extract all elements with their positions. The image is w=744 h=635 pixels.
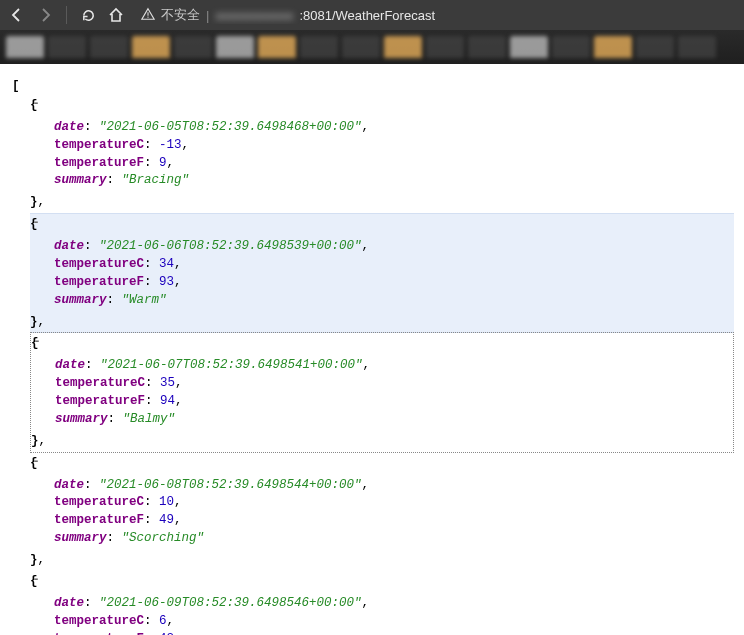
collapse-toggle[interactable]: - — [30, 454, 42, 471]
browser-tab[interactable] — [300, 36, 338, 58]
json-key: temperatureF — [54, 632, 144, 636]
json-property: date: "2021-06-06T08:52:39.6498539+00:00… — [54, 238, 730, 255]
back-button[interactable] — [8, 6, 26, 24]
json-value: "Scorching" — [122, 531, 205, 545]
security-label: 不安全 — [161, 6, 200, 24]
json-key: summary — [54, 531, 107, 545]
json-value: "2021-06-05T08:52:39.6498468+00:00" — [99, 120, 362, 134]
json-property: date: "2021-06-08T08:52:39.6498544+00:00… — [54, 477, 730, 494]
json-value: "2021-06-06T08:52:39.6498539+00:00" — [99, 239, 362, 253]
json-key: date — [54, 120, 84, 134]
json-value: 93 — [159, 275, 174, 289]
json-value: "2021-06-09T08:52:39.6498546+00:00" — [99, 596, 362, 610]
json-value: -13 — [159, 138, 182, 152]
json-property: temperatureF: 94, — [55, 393, 729, 410]
json-key: date — [54, 596, 84, 610]
json-property: temperatureC: -13, — [54, 137, 730, 154]
json-property: temperatureC: 10, — [54, 494, 730, 511]
array-item: - { date: "2021-06-06T08:52:39.6498539+0… — [30, 213, 734, 333]
json-key: temperatureF — [54, 156, 144, 170]
url-host-blurred: xxxxxxxxxxxx — [215, 8, 293, 23]
browser-tab[interactable] — [90, 36, 128, 58]
addr-sep: | — [206, 8, 209, 23]
tab-strip — [0, 30, 744, 64]
json-property: date: "2021-06-07T08:52:39.6498541+00:00… — [55, 357, 729, 374]
browser-tab[interactable] — [258, 36, 296, 58]
array-item: - { date: "2021-06-09T08:52:39.6498546+0… — [30, 571, 734, 635]
browser-tab[interactable] — [342, 36, 380, 58]
browser-tab[interactable] — [636, 36, 674, 58]
browser-toolbar: 不安全 | xxxxxxxxxxxx :8081/WeatherForecast — [0, 0, 744, 30]
json-property: temperatureF: 49, — [54, 512, 730, 529]
json-property: temperatureF: 9, — [54, 155, 730, 172]
json-property: summary: "Bracing" — [54, 172, 730, 189]
json-value: "2021-06-07T08:52:39.6498541+00:00" — [100, 358, 363, 372]
collapse-toggle[interactable]: - — [30, 572, 42, 589]
browser-tab[interactable] — [468, 36, 506, 58]
json-value: 42 — [159, 632, 174, 636]
reload-button[interactable] — [79, 6, 97, 24]
browser-tab[interactable] — [552, 36, 590, 58]
browser-tab[interactable] — [48, 36, 86, 58]
svg-rect-0 — [147, 12, 148, 16]
json-key: date — [55, 358, 85, 372]
browser-tab[interactable] — [174, 36, 212, 58]
json-property: temperatureF: 93, — [54, 274, 730, 291]
collapse-toggle[interactable]: - — [30, 215, 42, 232]
json-value: "Warm" — [122, 293, 167, 307]
json-key: temperatureF — [55, 394, 145, 408]
json-key: summary — [54, 293, 107, 307]
json-key: temperatureC — [54, 138, 144, 152]
home-button[interactable] — [107, 6, 125, 24]
json-value: 34 — [159, 257, 174, 271]
browser-tab[interactable] — [594, 36, 632, 58]
json-property: temperatureC: 35, — [55, 375, 729, 392]
object-close-brace: } — [30, 195, 38, 209]
warning-icon — [141, 7, 155, 24]
object-close-brace: } — [31, 434, 39, 448]
json-property: date: "2021-06-09T08:52:39.6498546+00:00… — [54, 595, 730, 612]
object-close-brace: } — [30, 553, 38, 567]
json-property: temperatureC: 6, — [54, 613, 730, 630]
array-item: - { date: "2021-06-08T08:52:39.6498544+0… — [30, 453, 734, 571]
json-value: "2021-06-08T08:52:39.6498544+00:00" — [99, 478, 362, 492]
url-path: :8081/WeatherForecast — [299, 8, 435, 23]
browser-tab[interactable] — [216, 36, 254, 58]
json-key: summary — [55, 412, 108, 426]
address-bar[interactable]: 不安全 | xxxxxxxxxxxx :8081/WeatherForecast — [135, 6, 736, 24]
browser-tab[interactable] — [678, 36, 716, 58]
json-key: date — [54, 478, 84, 492]
json-property: summary: "Balmy" — [55, 411, 729, 428]
browser-tab[interactable] — [510, 36, 548, 58]
array-open-bracket: [ — [12, 79, 20, 93]
json-key: temperatureC — [54, 257, 144, 271]
collapse-toggle[interactable]: - — [30, 96, 42, 113]
array-item: - { date: "2021-06-05T08:52:39.6498468+0… — [30, 95, 734, 213]
json-key: temperatureC — [54, 614, 144, 628]
json-property: temperatureC: 34, — [54, 256, 730, 273]
json-key: summary — [54, 173, 107, 187]
svg-rect-1 — [147, 16, 148, 17]
json-key: temperatureC — [55, 376, 145, 390]
json-key: temperatureF — [54, 513, 144, 527]
json-value: 6 — [159, 614, 167, 628]
browser-tab[interactable] — [384, 36, 422, 58]
array-item: - { date: "2021-06-07T08:52:39.6498541+0… — [30, 332, 734, 452]
json-value: 9 — [159, 156, 167, 170]
json-key: temperatureF — [54, 275, 144, 289]
json-viewer: [ - { date: "2021-06-05T08:52:39.6498468… — [0, 64, 744, 635]
json-property: temperatureF: 42, — [54, 631, 730, 636]
json-value: "Bracing" — [122, 173, 190, 187]
json-property: date: "2021-06-05T08:52:39.6498468+00:00… — [54, 119, 730, 136]
json-key: date — [54, 239, 84, 253]
browser-tab[interactable] — [132, 36, 170, 58]
forward-button[interactable] — [36, 6, 54, 24]
json-value: 10 — [159, 495, 174, 509]
json-property: summary: "Warm" — [54, 292, 730, 309]
browser-tab[interactable] — [6, 36, 44, 58]
json-value: "Balmy" — [123, 412, 176, 426]
json-property: summary: "Scorching" — [54, 530, 730, 547]
browser-tab[interactable] — [426, 36, 464, 58]
collapse-toggle[interactable]: - — [31, 334, 43, 351]
toolbar-separator — [66, 6, 67, 24]
